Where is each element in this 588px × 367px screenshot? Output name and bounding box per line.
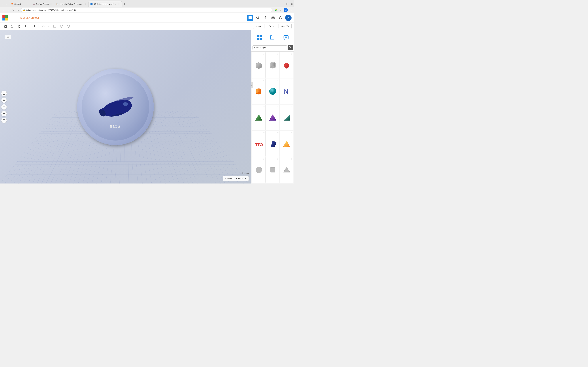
panel-collapse-button[interactable]: › xyxy=(251,82,253,88)
minimize-button[interactable]: — xyxy=(281,2,285,6)
tab-realize-close[interactable]: ✕ xyxy=(50,3,52,5)
delete-tool-button[interactable] xyxy=(17,23,22,29)
tab-student[interactable]: 🦊 Student ✕ xyxy=(9,1,31,7)
app-container: Ingenuity project xyxy=(0,13,294,184)
shape-preview-g3 xyxy=(281,158,292,182)
settings-label[interactable]: Settings xyxy=(242,172,249,174)
forward-button[interactable]: › xyxy=(5,2,9,6)
magnet-tool-button[interactable] xyxy=(66,23,71,29)
shape-preview-g2 xyxy=(267,158,278,182)
favorite-star-wedge[interactable]: ☆ xyxy=(291,105,293,108)
snap-tool-button[interactable] xyxy=(52,23,57,29)
chat-panel-button[interactable] xyxy=(281,33,291,42)
svg-text:TEXT: TEXT xyxy=(255,142,263,147)
shape-card-orange-cylinder[interactable]: ☆ xyxy=(252,78,266,104)
favorite-star-text[interactable]: ☆ xyxy=(263,132,265,134)
shape-card-generic-2[interactable]: ☆ xyxy=(266,157,279,183)
shape-card-cylinder[interactable]: ☆ xyxy=(266,52,279,78)
close-button[interactable]: ✕ xyxy=(290,2,294,6)
favorite-star-box[interactable]: ☆ xyxy=(263,53,265,55)
redo-tool-button[interactable] xyxy=(31,23,36,29)
shape-card-green-pyramid[interactable]: ☆ xyxy=(252,105,266,130)
grid-view-button[interactable] xyxy=(247,15,253,21)
snap-value[interactable]: 1.0 mm xyxy=(236,177,242,180)
undo-tool-button[interactable] xyxy=(24,23,29,29)
zoom-out-button[interactable]: − xyxy=(1,111,7,116)
logo-grid xyxy=(2,15,8,20)
favorite-star-g1[interactable]: ☆ xyxy=(263,158,265,160)
nav-reload-button[interactable]: ↻ xyxy=(11,8,15,12)
hamburger-button[interactable] xyxy=(10,16,15,20)
favorite-star-prism[interactable]: ☆ xyxy=(277,132,279,134)
send-to-button[interactable]: Send To xyxy=(278,24,292,29)
favorite-star-n-shape[interactable]: ☆ xyxy=(291,79,293,82)
settings-button[interactable]: ⋯ xyxy=(288,8,293,12)
shape-card-generic-1[interactable]: ☆ xyxy=(252,157,266,183)
light-tool-button[interactable] xyxy=(40,23,46,29)
favorite-star-sphere[interactable]: ☆ xyxy=(277,79,279,82)
address-field[interactable]: 🔒 tinkercad.com/things/kUzZZ4J9viV-ingen… xyxy=(21,8,272,12)
nav-forward-button[interactable]: → xyxy=(6,8,10,12)
favorite-star-yellow-pyramid[interactable]: ☆ xyxy=(291,132,293,134)
shape-card-wedge[interactable]: ☆ xyxy=(280,105,293,130)
extensions-button[interactable]: 🧩 xyxy=(274,8,278,12)
favorite-star-g3[interactable]: ☆ xyxy=(291,158,293,160)
shape-card-prism[interactable]: ☆ xyxy=(266,131,279,157)
shape-card-sphere[interactable]: ☆ xyxy=(266,78,279,104)
suitcase-button[interactable] xyxy=(270,15,276,21)
home-control-button[interactable] xyxy=(1,91,7,96)
restore-button[interactable]: ❐ xyxy=(285,2,289,6)
search-shapes-button[interactable] xyxy=(288,45,293,50)
favorite-star-green-pyramid[interactable]: ☆ xyxy=(263,105,265,108)
tab-student-close[interactable]: ✕ xyxy=(26,3,29,5)
tab-roadmap[interactable]: 📋 Ingenuity Project Roadmap - G... ✕ xyxy=(54,1,88,7)
shape-card-yellow-pyramid[interactable]: ☆ xyxy=(280,131,293,157)
import-button[interactable]: Import xyxy=(253,24,264,29)
copy-tool-button[interactable] xyxy=(2,23,8,29)
bookmark-button[interactable]: ☆ xyxy=(279,8,283,12)
shape-card-generic-3[interactable]: ☆ xyxy=(280,157,293,183)
favorite-star-orange-cylinder[interactable]: ☆ xyxy=(263,79,265,82)
grid-panel-button[interactable] xyxy=(254,33,264,42)
right-panel: Basic Shapes › ☆ xyxy=(251,30,294,184)
svg-marker-90 xyxy=(284,115,290,120)
nav-back-button[interactable]: ← xyxy=(1,8,6,12)
ruler-panel-button[interactable] xyxy=(268,33,277,42)
app-title[interactable]: Ingenuity project xyxy=(19,16,39,19)
tab-roadmap-close[interactable]: ✕ xyxy=(84,3,86,5)
shape-card-text[interactable]: ☆ TEXT xyxy=(252,131,266,157)
3d-view-button[interactable] xyxy=(1,117,7,123)
duplicate-tool-button[interactable] xyxy=(9,23,15,29)
snap-up-arrow[interactable]: ▲ xyxy=(244,177,246,180)
tinkercad-logo[interactable] xyxy=(2,15,8,20)
tab-realize[interactable]: 📖 Realize Reader ✕ xyxy=(31,1,54,7)
viewport[interactable]: Top + − xyxy=(0,30,251,184)
hammer-button[interactable] xyxy=(262,15,268,21)
back-button[interactable]: ‹ xyxy=(0,2,4,6)
favorite-star-purple-pyramid[interactable]: ☆ xyxy=(277,105,279,108)
disc-container[interactable]: ELLA xyxy=(77,69,154,145)
logo-cell-cad1 xyxy=(2,18,5,20)
zoom-in-button[interactable]: + xyxy=(1,104,7,110)
favorite-star-red-cube[interactable]: ☆ xyxy=(291,53,293,55)
add-user-button[interactable] xyxy=(277,15,284,21)
profile-button[interactable]: M xyxy=(284,8,288,12)
tab-tinkercad-close[interactable]: ✕ xyxy=(118,3,120,5)
paw-button[interactable] xyxy=(254,15,261,21)
fit-control-button[interactable] xyxy=(1,97,7,103)
shape-card-box[interactable]: ☆ xyxy=(252,52,266,78)
user-avatar[interactable]: A xyxy=(285,15,292,21)
shape-library-selector[interactable]: Basic Shapes xyxy=(252,45,287,50)
export-button[interactable]: Export xyxy=(266,24,277,29)
light-dropdown-button[interactable]: ▾ xyxy=(47,23,50,29)
measure-tool-button[interactable] xyxy=(59,23,64,29)
new-tab-button[interactable]: + xyxy=(122,2,127,6)
svg-point-7 xyxy=(259,17,259,18)
shape-card-purple-pyramid[interactable]: ☆ xyxy=(266,105,279,130)
shape-card-n-shape[interactable]: ☆ N xyxy=(280,78,293,104)
favorite-star-g2[interactable]: ☆ xyxy=(277,158,279,160)
shape-card-red-cube[interactable]: ☆ xyxy=(280,52,293,78)
tab-tinkercad[interactable]: 🟦 3D design Ingenuity project - T... ✕ xyxy=(88,1,122,7)
nav-home-button[interactable]: ⌂ xyxy=(16,8,20,12)
favorite-star-cylinder[interactable]: ☆ xyxy=(277,53,279,55)
